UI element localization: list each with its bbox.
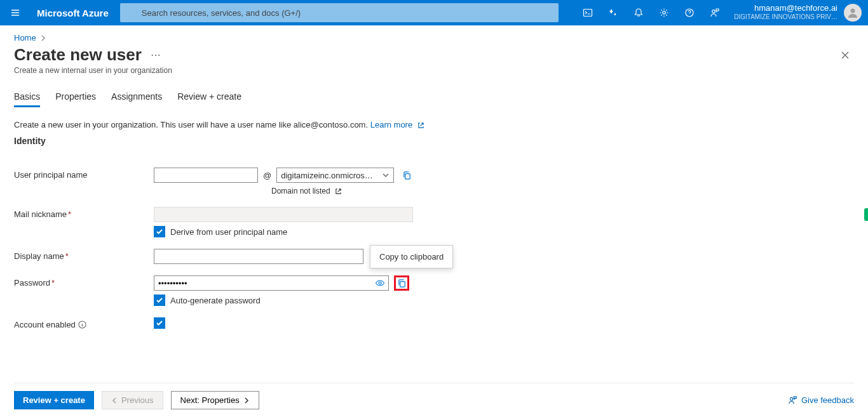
page-subtitle: Create a new internal user in your organ… bbox=[14, 66, 854, 75]
breadcrumb: Home bbox=[14, 33, 854, 43]
checkmark-icon bbox=[156, 319, 163, 327]
give-feedback-label: Give feedback bbox=[801, 395, 854, 405]
previous-label: Previous bbox=[121, 395, 154, 405]
checkmark-icon bbox=[156, 228, 163, 235]
person-feedback-icon bbox=[788, 395, 797, 405]
page-content: Home Create new user ⋯ Create a new inte… bbox=[0, 25, 868, 417]
hamburger-menu-button[interactable] bbox=[0, 8, 31, 18]
copy-tooltip: Copy to clipboard bbox=[370, 245, 453, 268]
svg-rect-6 bbox=[405, 173, 410, 178]
domain-not-listed-link[interactable]: Domain not listed bbox=[271, 187, 414, 195]
svg-rect-8 bbox=[400, 281, 405, 286]
close-icon bbox=[840, 50, 850, 60]
brand-label[interactable]: Microsoft Azure bbox=[31, 8, 120, 18]
eye-icon bbox=[375, 278, 385, 288]
avatar[interactable] bbox=[844, 4, 862, 22]
display-name-input[interactable] bbox=[154, 249, 363, 264]
svg-point-2 bbox=[663, 11, 665, 14]
learn-more-label: Learn more bbox=[370, 120, 412, 129]
user-info[interactable]: hmanam@techforce.ai DIGITAMIZE INNOVATIO… bbox=[728, 4, 841, 22]
tab-review-create[interactable]: Review + create bbox=[177, 91, 241, 107]
gear-icon bbox=[659, 8, 669, 18]
copy-tooltip-text: Copy to clipboard bbox=[379, 252, 444, 261]
settings-button[interactable] bbox=[651, 0, 677, 25]
label-upn: User principal name bbox=[14, 168, 154, 180]
copilot-button[interactable] bbox=[600, 0, 626, 25]
label-display-name: Display name bbox=[14, 251, 64, 261]
domain-not-listed-label: Domain not listed bbox=[271, 187, 330, 195]
more-actions-button[interactable]: ⋯ bbox=[151, 49, 161, 61]
give-feedback-link[interactable]: Give feedback bbox=[788, 395, 854, 405]
svg-point-10 bbox=[790, 397, 792, 400]
person-feedback-icon bbox=[710, 8, 720, 18]
feedback-top-button[interactable] bbox=[702, 0, 728, 25]
breadcrumb-home[interactable]: Home bbox=[14, 33, 36, 43]
svg-rect-1 bbox=[584, 10, 592, 17]
avatar-icon bbox=[846, 6, 859, 19]
copy-upn-button[interactable] bbox=[399, 168, 414, 183]
svg-point-5 bbox=[851, 9, 855, 13]
info-icon[interactable] bbox=[78, 321, 86, 329]
domain-selected-value: digitamizeinc.onmicros… bbox=[281, 171, 373, 180]
account-enabled-checkbox[interactable] bbox=[154, 317, 165, 329]
cloud-shell-button[interactable] bbox=[575, 0, 600, 25]
side-green-tab[interactable] bbox=[864, 208, 868, 221]
auto-generate-password-checkbox[interactable] bbox=[154, 295, 165, 306]
section-identity-heading: Identity bbox=[14, 136, 854, 146]
label-account-enabled: Account enabled bbox=[14, 320, 76, 329]
auto-generate-password-label: Auto-generate password bbox=[170, 296, 261, 305]
previous-button: Previous bbox=[102, 391, 163, 409]
search-input[interactable] bbox=[120, 3, 559, 22]
review-create-button[interactable]: Review + create bbox=[14, 391, 94, 409]
checkmark-icon bbox=[156, 296, 163, 304]
copilot-icon bbox=[608, 8, 618, 18]
chevron-right-icon bbox=[40, 35, 46, 41]
help-icon bbox=[684, 8, 695, 18]
cloud-shell-icon bbox=[583, 8, 593, 18]
next-button[interactable]: Next: Properties bbox=[171, 391, 259, 409]
svg-point-4 bbox=[712, 10, 715, 13]
learn-more-link[interactable]: Learn more bbox=[370, 120, 424, 129]
at-sign: @ bbox=[263, 171, 271, 180]
next-label: Next: Properties bbox=[180, 395, 240, 405]
bell-icon bbox=[634, 8, 644, 18]
user-org: DIGITAMIZE INNOVATIONS PRIV… bbox=[734, 13, 837, 22]
topbar: Microsoft Azure hmanam@techforce.ai bbox=[0, 0, 868, 25]
label-mail-nickname: Mail nickname bbox=[14, 209, 67, 219]
chevron-right-icon bbox=[243, 397, 250, 404]
close-blade-button[interactable] bbox=[836, 46, 854, 64]
tab-assignments[interactable]: Assignments bbox=[111, 91, 162, 107]
copy-password-button[interactable] bbox=[394, 275, 409, 291]
external-link-icon bbox=[417, 122, 424, 129]
copy-icon bbox=[397, 279, 407, 288]
derive-from-upn-label: Derive from user principal name bbox=[170, 227, 287, 237]
show-password-button[interactable] bbox=[375, 278, 385, 288]
label-password: Password bbox=[14, 278, 50, 288]
tab-properties[interactable]: Properties bbox=[55, 91, 96, 107]
external-link-icon bbox=[335, 188, 342, 195]
tab-basics[interactable]: Basics bbox=[14, 91, 40, 107]
help-button[interactable] bbox=[677, 0, 702, 25]
svg-point-7 bbox=[379, 282, 381, 284]
page-title: Create new user bbox=[14, 45, 142, 65]
upn-input[interactable] bbox=[154, 168, 258, 183]
intro-text: Create a new user in your organization. … bbox=[14, 120, 854, 129]
footer: Review + create Previous Next: Propertie… bbox=[14, 383, 854, 417]
derive-from-upn-checkbox[interactable] bbox=[154, 226, 165, 237]
password-input[interactable] bbox=[154, 275, 389, 291]
tabs: Basics Properties Assignments Review + c… bbox=[14, 91, 854, 107]
notifications-button[interactable] bbox=[626, 0, 651, 25]
chevron-left-icon bbox=[111, 397, 118, 404]
chevron-down-icon bbox=[382, 171, 390, 179]
domain-select[interactable]: digitamizeinc.onmicros… bbox=[276, 168, 394, 183]
intro-text-span: Create a new user in your organization. … bbox=[14, 120, 368, 129]
hamburger-icon bbox=[10, 8, 20, 18]
user-email: hmanam@techforce.ai bbox=[734, 4, 837, 13]
mail-nickname-input bbox=[154, 207, 413, 222]
copy-icon bbox=[402, 171, 412, 180]
